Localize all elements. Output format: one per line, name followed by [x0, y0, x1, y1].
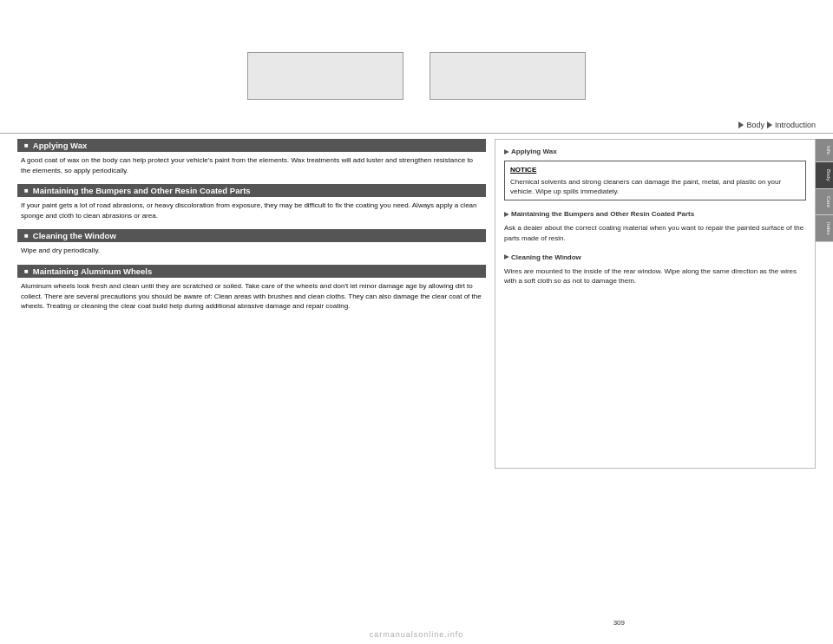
right-section-cleaning-window: Cleaning the Window Wires are mounted to… — [504, 253, 806, 286]
section-divider — [0, 133, 833, 134]
section-body-maintaining-aluminum: Aluminum wheels look fresh and clean unt… — [17, 281, 486, 312]
section-body-maintaining-bumpers: If your paint gets a lot of road abrasio… — [17, 200, 486, 220]
side-tab-item-1[interactable]: Info — [816, 139, 833, 162]
page-container: Body Introduction Applying Wax A good co… — [0, 0, 833, 644]
section-header-maintaining-bumpers: Maintaining the Bumpers and Other Resin … — [17, 184, 486, 197]
section-header-applying-wax: Applying Wax — [17, 139, 486, 152]
section-title-applying-wax: Applying Wax — [33, 141, 87, 150]
side-tab-item-3[interactable]: Care — [816, 189, 833, 215]
right-column: Applying Wax NOTICE Chemical solvents an… — [495, 139, 816, 469]
breadcrumb-section: Introduction — [775, 121, 816, 129]
image-placeholder-left — [247, 52, 403, 100]
right-section-maintaining-bumpers: Maintaining the Bumpers and Other Resin … — [504, 209, 806, 243]
main-content: Applying Wax A good coat of wax on the b… — [0, 139, 833, 469]
breadcrumb: Body Introduction — [0, 117, 833, 131]
section-header-cleaning-window: Cleaning the Window — [17, 229, 486, 242]
section-body-applying-wax: A good coat of wax on the body can help … — [17, 155, 486, 175]
section-cleaning-window: Cleaning the Window Wipe and dry periodi… — [17, 229, 486, 256]
page-number: 309 — [613, 619, 625, 627]
side-tab-item-4[interactable]: Index — [816, 215, 833, 243]
breadcrumb-text: Body — [746, 121, 764, 129]
notice-text: Chemical solvents and strong cleaners ca… — [510, 177, 800, 196]
right-title-maintaining-bumpers: Maintaining the Bumpers and Other Resin … — [504, 209, 806, 220]
top-images-area — [0, 0, 833, 117]
section-title-maintaining-aluminum: Maintaining Aluminum Wheels — [33, 266, 152, 276]
right-title-applying-wax: Applying Wax — [504, 147, 806, 157]
right-section-applying-wax: Applying Wax NOTICE Chemical solvents an… — [504, 147, 806, 200]
side-tab: Info Body Care Index — [816, 139, 833, 242]
section-body-cleaning-window: Wipe and dry periodically. — [17, 246, 486, 256]
watermark: carmanualsonline.info — [370, 630, 464, 639]
notice-box: NOTICE Chemical solvents and strong clea… — [504, 161, 806, 200]
section-maintaining-bumpers: Maintaining the Bumpers and Other Resin … — [17, 184, 486, 220]
section-title-maintaining-bumpers: Maintaining the Bumpers and Other Resin … — [33, 186, 251, 195]
section-header-maintaining-aluminum: Maintaining Aluminum Wheels — [17, 265, 486, 278]
section-title-cleaning-window: Cleaning the Window — [33, 231, 116, 240]
right-title-cleaning-window: Cleaning the Window — [504, 253, 806, 263]
right-body-maintaining-bumpers: Ask a dealer about the correct coating m… — [504, 223, 806, 243]
breadcrumb-arrow-icon — [738, 122, 744, 128]
right-body-cleaning-window: Wires are mounted to the inside of the r… — [504, 266, 806, 286]
side-tab-item-2[interactable]: Body — [816, 162, 833, 189]
notice-label: NOTICE — [510, 165, 800, 175]
left-column: Applying Wax A good coat of wax on the b… — [17, 139, 486, 469]
breadcrumb-arrow-icon-2 — [767, 122, 772, 128]
image-placeholder-right — [430, 52, 586, 100]
section-maintaining-aluminum: Maintaining Aluminum Wheels Aluminum whe… — [17, 265, 486, 312]
section-applying-wax: Applying Wax A good coat of wax on the b… — [17, 139, 486, 175]
